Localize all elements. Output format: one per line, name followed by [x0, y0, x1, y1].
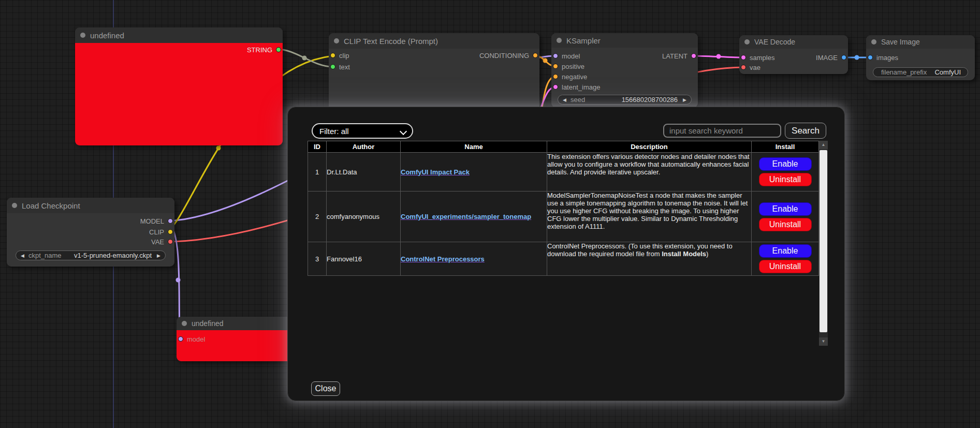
- node-undefined-bottom[interactable]: undefined model: [177, 317, 296, 361]
- output-slot-image[interactable]: IMAGE: [816, 52, 846, 63]
- input-slot-images[interactable]: images: [868, 52, 898, 63]
- enable-button[interactable]: Enable: [759, 202, 812, 216]
- output-slot-string[interactable]: STRING: [247, 45, 281, 55]
- collapse-dot-icon[interactable]: [182, 321, 187, 326]
- node-undefined-top-header[interactable]: undefined: [75, 27, 283, 43]
- slot-dot-negative[interactable]: [553, 74, 558, 79]
- collapse-dot-icon[interactable]: [12, 203, 17, 208]
- node-undefined-top[interactable]: undefined STRING: [75, 27, 283, 145]
- widget-value: 156680208700286: [622, 96, 678, 104]
- input-slot-positive[interactable]: positive: [553, 61, 584, 71]
- node-save-image[interactable]: Save Image images filename_prefix ComfyU…: [866, 35, 975, 80]
- node-load-checkpoint[interactable]: Load Checkpoint MODEL CLIP VAE ◀ ckpt_na…: [7, 198, 174, 267]
- close-button[interactable]: Close: [311, 381, 340, 396]
- widget-value: v1-5-pruned-emaonly.ckpt: [74, 252, 152, 259]
- collapse-dot-icon[interactable]: [744, 39, 750, 45]
- extension-link[interactable]: ComfyUI Impact Pack: [401, 168, 470, 176]
- stepper-right-icon[interactable]: ▶: [683, 97, 686, 102]
- table-scrollbar[interactable]: ▲ ▼: [819, 141, 828, 346]
- seed-widget[interactable]: ◀ seed 156680208700286 ▶: [558, 95, 692, 105]
- input-slot-model[interactable]: model: [553, 51, 580, 61]
- node-vae-decode-body: samples vae IMAGE: [739, 49, 848, 74]
- output-slot-clip[interactable]: CLIP: [149, 227, 173, 237]
- slot-label: STRING: [247, 46, 272, 54]
- slot-dot-model-note[interactable]: [178, 336, 183, 342]
- cell-id: 2: [308, 191, 327, 242]
- comfyui-canvas[interactable]: undefined STRING CLIP Text Encode (Promp…: [0, 0, 980, 428]
- scrollbar-down-icon[interactable]: ▼: [819, 337, 828, 346]
- search-input[interactable]: [663, 124, 781, 138]
- slot-dot-samples[interactable]: [741, 55, 746, 60]
- input-slot-vae[interactable]: vae: [741, 62, 760, 72]
- stepper-left-icon[interactable]: ◀: [563, 97, 566, 102]
- slot-dot-conditioning[interactable]: [533, 53, 538, 58]
- extension-link[interactable]: ComfyUI_experiments/sampler_tonemap: [401, 213, 531, 220]
- slot-dot-images[interactable]: [868, 55, 873, 60]
- slot-dot-model-out[interactable]: [168, 218, 173, 224]
- slot-dot-vae-out[interactable]: [168, 239, 173, 244]
- uninstall-button[interactable]: Uninstall: [759, 173, 812, 186]
- slot-label: vae: [750, 64, 760, 71]
- slot-label: IMAGE: [816, 54, 838, 62]
- collapse-dot-icon[interactable]: [871, 39, 876, 45]
- cell-description: This extension offers various detector n…: [547, 153, 752, 191]
- extension-link[interactable]: ControlNet Preprocessors: [401, 255, 485, 263]
- slot-dot-text[interactable]: [330, 64, 335, 69]
- input-slot-model-note[interactable]: model: [178, 334, 205, 344]
- output-slot-latent[interactable]: LATENT: [662, 51, 696, 61]
- node-clip-text-encode-header[interactable]: CLIP Text Encode (Prompt): [329, 33, 539, 49]
- input-slot-clip[interactable]: clip: [330, 50, 349, 61]
- enable-button[interactable]: Enable: [759, 244, 812, 258]
- node-ksampler[interactable]: KSampler model positive negative latent_…: [551, 33, 698, 108]
- slot-dot-image[interactable]: [841, 55, 846, 60]
- slot-dot-latent-image[interactable]: [553, 84, 558, 90]
- slot-label: latent_image: [562, 83, 600, 91]
- slot-dot-latent[interactable]: [691, 53, 696, 58]
- filename-prefix-widget[interactable]: filename_prefix ComfyUI: [873, 67, 968, 77]
- node-ksampler-header[interactable]: KSampler: [551, 33, 698, 48]
- input-slot-samples[interactable]: samples: [741, 52, 774, 63]
- node-title: Load Checkpoint: [22, 201, 80, 210]
- scrollbar-up-icon[interactable]: ▲: [819, 141, 828, 149]
- slot-dot-model[interactable]: [553, 53, 558, 58]
- node-load-checkpoint-body: MODEL CLIP VAE ◀ ckpt_name v1-5-pruned-e…: [7, 213, 174, 267]
- filter-select[interactable]: Filter: all: [312, 123, 413, 139]
- collapse-dot-icon[interactable]: [80, 33, 85, 38]
- output-slot-model[interactable]: MODEL: [140, 216, 173, 226]
- node-clip-text-encode[interactable]: CLIP Text Encode (Prompt) clip text COND…: [329, 33, 539, 116]
- node-vae-decode[interactable]: VAE Decode samples vae IMAGE: [739, 35, 848, 74]
- table-row: 1 Dr.Lt.Data ComfyUI Impact Pack This ex…: [308, 153, 819, 191]
- slot-dot-clip-out[interactable]: [168, 229, 173, 234]
- node-title: KSampler: [566, 36, 601, 45]
- uninstall-button[interactable]: Uninstall: [759, 218, 812, 231]
- widget-label: seed: [571, 96, 585, 104]
- collapse-dot-icon[interactable]: [334, 38, 339, 43]
- output-slot-vae[interactable]: VAE: [151, 237, 173, 247]
- collapse-dot-icon[interactable]: [557, 38, 562, 43]
- header-description: Description: [547, 141, 752, 153]
- input-slot-latent-image[interactable]: latent_image: [553, 82, 600, 92]
- enable-button[interactable]: Enable: [759, 157, 812, 171]
- stepper-left-icon[interactable]: ◀: [21, 253, 24, 258]
- output-slot-conditioning[interactable]: CONDITIONING: [479, 50, 538, 61]
- wire-dot-string: [302, 56, 307, 61]
- stepper-right-icon[interactable]: ▶: [157, 253, 160, 258]
- node-save-image-header[interactable]: Save Image: [866, 35, 975, 49]
- node-load-checkpoint-header[interactable]: Load Checkpoint: [7, 198, 174, 213]
- node-vae-decode-header[interactable]: VAE Decode: [739, 35, 848, 49]
- slot-label: negative: [562, 73, 587, 81]
- header-install: Install: [752, 141, 819, 153]
- slot-dot-clip[interactable]: [330, 53, 335, 58]
- cell-description: ControlNet Preprocessors. (To use this e…: [547, 242, 752, 276]
- slot-dot-positive[interactable]: [553, 64, 558, 69]
- ckpt-name-widget[interactable]: ◀ ckpt_name v1-5-pruned-emaonly.ckpt ▶: [16, 250, 166, 260]
- input-slot-text[interactable]: text: [330, 62, 350, 72]
- uninstall-button[interactable]: Uninstall: [759, 260, 812, 273]
- scrollbar-thumb[interactable]: [820, 150, 827, 332]
- slot-label: model: [187, 335, 205, 343]
- slot-dot-string[interactable]: [276, 47, 281, 52]
- slot-dot-vae[interactable]: [741, 65, 746, 70]
- node-undefined-bottom-header[interactable]: undefined: [177, 317, 296, 330]
- search-button[interactable]: Search: [785, 123, 826, 139]
- input-slot-negative[interactable]: negative: [553, 71, 587, 82]
